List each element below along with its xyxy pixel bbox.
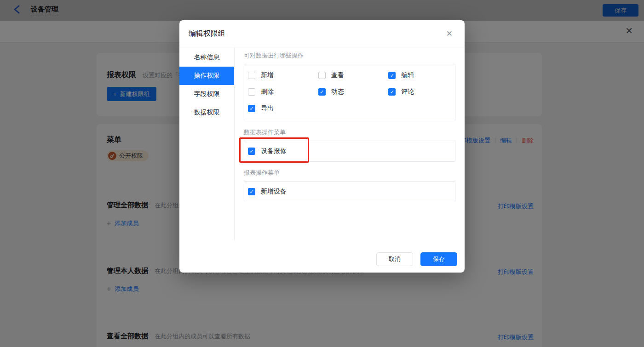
modal-panel: 可对数据进行哪些操作 新增 查看 编辑	[235, 47, 465, 240]
checkbox-view[interactable]: 查看	[315, 67, 385, 84]
checkbox-icon	[318, 88, 326, 96]
modal-title: 编辑权限组	[189, 29, 225, 39]
checkbox-add-device[interactable]: 新增设备	[244, 182, 455, 202]
checkbox-icon	[248, 105, 255, 112]
modal-header: 编辑权限组 ✕	[179, 20, 465, 47]
checkbox-icon	[248, 148, 255, 155]
checkbox-icon	[388, 72, 396, 79]
table-menu-checkbox-group: 设备报修	[244, 141, 455, 162]
checkbox-add[interactable]: 新增	[244, 67, 315, 84]
tab-field-permission[interactable]: 字段权限	[179, 85, 234, 103]
checkbox-edit[interactable]: 编辑	[385, 67, 455, 84]
checkbox-delete[interactable]: 删除	[244, 84, 315, 100]
checkbox-icon	[318, 72, 326, 79]
tab-name-info[interactable]: 名称信息	[179, 48, 234, 67]
save-button[interactable]: 保存	[420, 252, 457, 266]
cancel-button[interactable]: 取消	[376, 252, 413, 266]
checkbox-icon	[248, 88, 255, 96]
report-menu-checkbox-group: 新增设备	[244, 181, 455, 202]
tab-operation-permission[interactable]: 操作权限	[179, 67, 234, 85]
checkbox-export[interactable]: 导出	[244, 100, 315, 117]
checkbox-comment[interactable]: 评论	[385, 84, 455, 100]
modal-close-icon[interactable]: ✕	[446, 30, 453, 38]
checkbox-icon	[248, 72, 255, 79]
edit-permission-group-modal: 编辑权限组 ✕ 名称信息 操作权限 字段权限 数据权限 可对数据进行哪些操作 新…	[179, 20, 465, 273]
checkbox-device-repair[interactable]: 设备报修	[244, 141, 455, 161]
ops-label: 可对数据进行哪些操作	[244, 51, 455, 60]
modal-tab-list: 名称信息 操作权限 字段权限 数据权限	[179, 47, 235, 240]
checkbox-activity[interactable]: 动态	[315, 84, 385, 100]
checkbox-icon	[388, 88, 396, 96]
ops-checkbox-group: 新增 查看 编辑 删除	[244, 64, 455, 121]
tab-data-permission[interactable]: 数据权限	[179, 103, 234, 122]
screen: 设备管理 保存 ✕ 报表权限 设置对应的「报表」的权限 + 新建权限组 菜单 打…	[0, 0, 644, 347]
checkbox-icon	[248, 188, 255, 195]
table-menu-label: 数据表操作菜单	[244, 128, 455, 137]
report-menu-label: 报表操作菜单	[244, 169, 455, 177]
modal-footer: 取消 保存	[376, 252, 457, 266]
